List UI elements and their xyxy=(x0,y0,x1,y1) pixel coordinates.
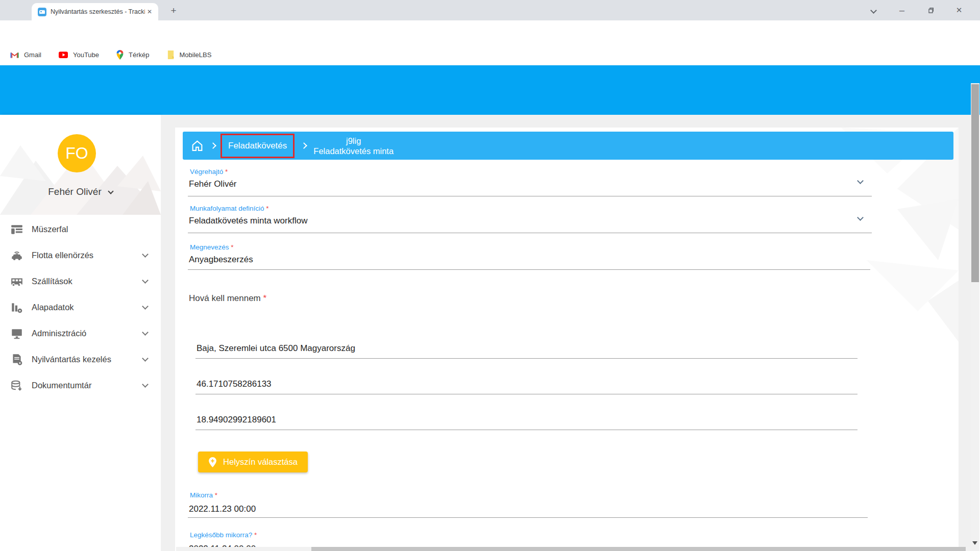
browser-toolbar: teszt.holazauto.hu/fleet/secured/dataStr… xyxy=(0,20,980,44)
sidebar-item-registry-management[interactable]: Nyilvántartás kezelés xyxy=(0,346,161,372)
chevron-down-icon xyxy=(108,188,113,194)
bookmark-maps[interactable]: Térkép xyxy=(116,50,149,60)
chevron-down-icon xyxy=(142,303,149,310)
profile-section: FO Fehér Olivér xyxy=(0,115,161,215)
chevron-right-icon xyxy=(210,142,216,149)
sidebar: FO Fehér Olivér Müszerfal Flotta ellenör… xyxy=(0,115,161,551)
sidebar-item-administration[interactable]: Adminisztráció xyxy=(0,320,161,346)
executor-select[interactable]: Fehér Olivér xyxy=(189,179,237,189)
document-gear-icon xyxy=(10,353,23,366)
horizontal-scrollbar-thumb[interactable] xyxy=(311,547,966,551)
scroll-down-arrow-icon[interactable] xyxy=(972,541,977,545)
connected-car-icon xyxy=(10,249,23,262)
sidebar-item-dashboard[interactable]: Müszerfal xyxy=(0,216,161,242)
field-underline xyxy=(195,358,857,359)
truck-icon xyxy=(10,275,23,288)
user-name: Fehér Olivér xyxy=(48,186,102,197)
field-underline xyxy=(188,269,870,270)
dashboard-icon xyxy=(10,223,23,236)
tab-title: Nyilvántartás szerkesztés - Trackin xyxy=(51,8,145,15)
vertical-scrollbar-thumb[interactable] xyxy=(971,84,979,282)
chevron-down-icon xyxy=(142,381,149,388)
name-input[interactable]: Anyagbeszerzés xyxy=(189,255,253,265)
sidebar-item-master-data[interactable]: Alapadatok xyxy=(0,294,161,320)
field-underline xyxy=(188,196,872,196)
page-icon xyxy=(167,51,175,59)
address-input[interactable]: Baja, Szeremlei utca 6500 Magyarország xyxy=(197,343,355,354)
database-download-icon xyxy=(10,379,23,392)
sidebar-item-document-library[interactable]: Dokumentumtár xyxy=(0,372,161,398)
workflow-select[interactable]: Feladatkövetés minta workflow xyxy=(189,216,307,226)
choose-location-button[interactable]: Helyszín választása xyxy=(198,452,308,472)
bookmark-gmail[interactable]: Gmail xyxy=(10,51,41,59)
when-input[interactable]: 2022.11.23 00:00 xyxy=(189,504,256,514)
bookmarks-bar: Gmail YouTube Térkép MobileLBS xyxy=(0,44,980,65)
browser-tab-strip: Nyilvántartás szerkesztés - Trackin ✕ + … xyxy=(0,0,980,20)
new-tab-button[interactable]: + xyxy=(167,5,180,17)
main-content: Feladatkövetés j9lig Feladatkövetés mint… xyxy=(161,115,971,551)
chevron-down-icon xyxy=(142,277,149,284)
map-pin-plus-icon xyxy=(208,457,217,467)
sidebar-item-deliveries[interactable]: Szállítások xyxy=(0,268,161,294)
longitude-input[interactable]: 18.94902992189601 xyxy=(197,415,276,425)
youtube-icon xyxy=(59,52,68,58)
home-icon[interactable] xyxy=(191,139,204,152)
where-section-label: Hová kell mennem * xyxy=(189,293,266,304)
chevron-down-icon xyxy=(142,355,149,362)
chart-gear-icon xyxy=(10,301,23,314)
breadcrumb-item-current[interactable]: j9lig Feladatkövetés minta xyxy=(313,136,394,156)
field-underline xyxy=(195,430,857,430)
site-favicon-icon xyxy=(38,8,46,16)
user-avatar[interactable]: FO xyxy=(58,134,96,172)
avatar-initials: FO xyxy=(65,144,88,163)
latitude-input[interactable]: 46.1710758286133 xyxy=(197,379,272,389)
chevron-down-icon xyxy=(142,329,149,336)
workflow-label: Munkafolyamat definíció * xyxy=(190,205,269,212)
user-menu[interactable]: Fehér Olivér xyxy=(0,186,161,197)
executor-label: Végrehajtó * xyxy=(190,168,228,176)
field-underline xyxy=(188,233,872,233)
chevron-right-icon xyxy=(301,142,307,149)
when-label: Mikorra * xyxy=(190,491,217,499)
horizontal-scrollbar[interactable] xyxy=(176,547,971,551)
sidebar-item-fleet-control[interactable]: Flotta ellenörzés xyxy=(0,242,161,268)
latest-when-label: Legkésőbb mikorra? * xyxy=(190,531,257,539)
screen: Nyilvántartás szerkesztés - Trackin ✕ + … xyxy=(0,0,980,551)
vertical-scrollbar[interactable] xyxy=(971,83,979,551)
bookmark-mobilelbs[interactable]: MobileLBS xyxy=(167,51,212,59)
breadcrumb-item-task-tracking[interactable]: Feladatkövetés xyxy=(220,134,295,158)
browser-tab[interactable]: Nyilvántartás szerkesztés - Trackin ✕ xyxy=(32,3,158,20)
window-restore-button[interactable] xyxy=(923,4,938,16)
name-label: Megnevezés * xyxy=(190,243,234,251)
field-underline xyxy=(195,394,857,394)
monitor-icon xyxy=(10,327,23,340)
chevron-down-icon xyxy=(142,251,149,258)
window-minimize-button[interactable]: – xyxy=(894,4,910,16)
breadcrumb: Feladatkövetés j9lig Feladatkövetés mint… xyxy=(183,132,953,160)
maps-pin-icon xyxy=(116,50,124,60)
form-card xyxy=(175,128,959,551)
app-header: Összes cég P 0 1 0 xyxy=(0,65,980,115)
polygon-background xyxy=(714,128,959,342)
bookmark-youtube[interactable]: YouTube xyxy=(59,51,99,59)
window-menu-button[interactable] xyxy=(866,4,881,16)
gmail-icon xyxy=(10,51,19,58)
field-underline xyxy=(188,517,868,518)
window-close-button[interactable]: ✕ xyxy=(951,4,967,16)
tab-close-icon[interactable]: ✕ xyxy=(145,7,154,16)
